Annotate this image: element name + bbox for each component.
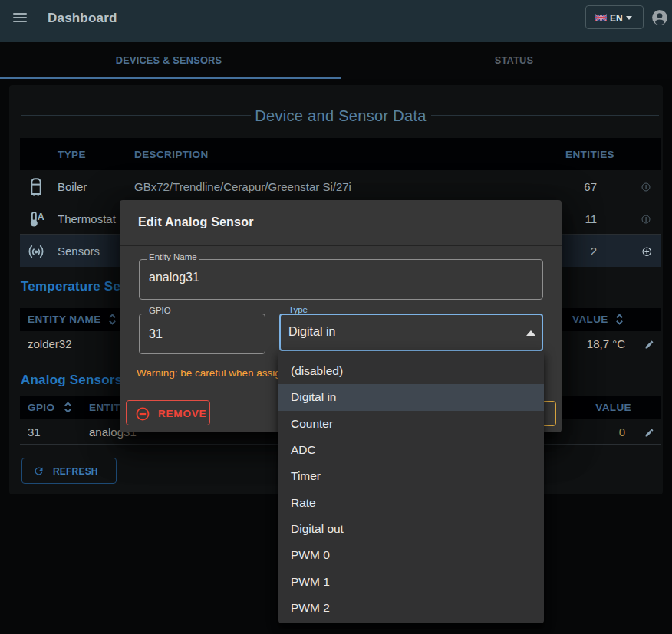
svg-text:A: A bbox=[37, 212, 44, 222]
